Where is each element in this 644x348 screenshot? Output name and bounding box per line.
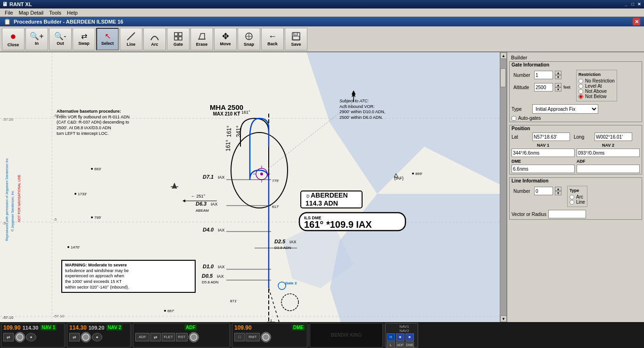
hl-l-btn[interactable]: L <box>387 341 395 348</box>
close-win-btn[interactable]: ✕ <box>636 1 642 7</box>
level-at-radio[interactable] <box>578 84 583 89</box>
toolbar-select-btn[interactable]: ↖ Select <box>96 28 119 50</box>
svg-point-79 <box>412 173 414 174</box>
arc-radio[interactable] <box>570 195 574 199</box>
gate-number-input[interactable] <box>534 71 553 79</box>
adf-btn1[interactable]: ADF <box>135 333 149 341</box>
map-area[interactable]: -57-20 -5 -57-10 -57-10 <box>0 52 507 322</box>
not-below-radio[interactable] <box>578 94 583 99</box>
scroll-track[interactable] <box>500 59 506 315</box>
map-scrollbar[interactable]: ▲ ▼ <box>500 52 506 322</box>
alt-spinner-down[interactable]: ▼ <box>555 87 561 91</box>
adf-top: ADF <box>135 324 227 331</box>
vector-input[interactable] <box>548 210 586 218</box>
menu-file[interactable]: File <box>2 8 16 17</box>
svg-point-63 <box>91 168 93 170</box>
gate-number-spinner[interactable]: ▲ ▼ <box>555 71 561 79</box>
scroll-down-btn[interactable]: ▼ <box>500 315 507 322</box>
line-number-spinner[interactable]: ▲ ▼ <box>555 187 561 195</box>
hl-dme-btn[interactable]: DME <box>405 341 414 348</box>
nav1-controls: ⇄ ● <box>3 332 62 342</box>
nav2-knob[interactable] <box>81 332 91 342</box>
svg-text:D7.1: D7.1 <box>203 174 214 180</box>
toolbar-move-btn[interactable]: ✥ Move <box>214 28 237 50</box>
instrument-display: BENDIX KING <box>310 323 383 348</box>
autogates-checkbox[interactable] <box>512 116 516 121</box>
menu-tools[interactable]: Tools <box>46 8 64 17</box>
long-label: Long <box>574 134 593 140</box>
svg-point-65 <box>91 216 93 218</box>
minimize-btn[interactable]: _ <box>623 1 629 7</box>
dme-knob[interactable] <box>261 332 271 342</box>
svg-text:1611': 1611' <box>75 322 85 322</box>
spinner-up[interactable]: ▲ <box>555 71 561 75</box>
nav2-dot-btn[interactable]: ● <box>92 333 102 341</box>
hl-adf-btn[interactable]: ADF <box>396 341 405 348</box>
scroll-up-btn[interactable]: ▲ <box>500 52 507 59</box>
nav1-dot-btn[interactable]: ● <box>26 333 36 341</box>
line-number-input[interactable] <box>534 187 553 195</box>
svg-text:IAX: IAX <box>218 175 225 180</box>
window-controls: _ □ ✕ <box>623 1 642 7</box>
nav2-input[interactable] <box>577 149 640 157</box>
nav1-input[interactable] <box>512 149 575 157</box>
nav2-header: NAV 2 <box>577 143 640 148</box>
line-spinner-down[interactable]: ▼ <box>555 191 561 195</box>
altitude-spinner[interactable]: ▲ ▼ <box>555 83 561 91</box>
hl-h-spacer <box>387 324 395 333</box>
position-title: Position <box>510 125 642 132</box>
toolbar-out-btn[interactable]: 🔍- Out <box>49 28 72 50</box>
proc-close-btn[interactable]: ✕ <box>633 18 640 25</box>
toolbar-close-btn[interactable]: ● Close <box>2 28 25 50</box>
alt-spinner-up[interactable]: ▲ <box>555 83 561 87</box>
builder-section-label: Builder <box>509 54 642 61</box>
dme-btn1[interactable]: □ <box>234 333 245 341</box>
grid-label-5: -5 <box>53 217 57 222</box>
altitude-input[interactable] <box>534 83 553 91</box>
hl-h-btn[interactable]: H <box>387 333 395 341</box>
toolbar-in-btn[interactable]: 🔍+ In <box>25 28 48 50</box>
type-select[interactable]: Initial Approach Fix Final Approach Fix … <box>532 104 598 114</box>
toolbar-save-btn[interactable]: Save <box>285 28 307 50</box>
adf-btn2[interactable]: ⇄ <box>150 333 161 341</box>
nav1-knob[interactable] <box>15 332 25 342</box>
nav2-swap-btn[interactable]: ⇄ <box>69 333 80 341</box>
long-input[interactable] <box>594 133 632 141</box>
hl-nav1-h-btn[interactable]: ■ <box>396 333 405 341</box>
menu-map-detail[interactable]: Map Detail <box>16 8 47 17</box>
toolbar-line-btn[interactable]: Line <box>120 28 142 50</box>
no-restriction-radio[interactable] <box>578 79 583 83</box>
lat-input[interactable] <box>532 133 570 141</box>
bottom-bar: 109.90 114.30 NAV 1 ⇄ ● 114.30 109.20 NA… <box>0 322 644 348</box>
maximize-btn[interactable]: □ <box>630 1 636 7</box>
not-above-radio[interactable] <box>578 89 583 94</box>
toolbar-gate-btn[interactable]: Gate <box>167 28 190 50</box>
svg-text:IAX: IAX <box>211 202 218 207</box>
spinner-down[interactable]: ▼ <box>555 75 561 79</box>
adf-pos-input[interactable] <box>577 165 640 173</box>
line-spinner-up[interactable]: ▲ <box>555 187 561 191</box>
dme-rmt-btn[interactable]: RMT <box>246 333 260 341</box>
line-radio[interactable] <box>570 200 574 205</box>
nav2-block: 114.30 109.20 NAV 2 ⇄ ● <box>67 323 131 348</box>
toolbar-erase-btn[interactable]: Erase <box>190 28 213 50</box>
no-restriction-label: No Restriction <box>585 78 615 83</box>
toolbar-arc-btn[interactable]: Arc <box>143 28 166 50</box>
toolbar-back-btn[interactable]: ← Back <box>261 28 284 50</box>
svg-text:114.3 ADN: 114.3 ADN <box>305 199 338 207</box>
nav1-swap-btn[interactable]: ⇄ <box>3 333 14 341</box>
vector-row: Vector or Radius <box>510 209 642 219</box>
dme-pos-input[interactable] <box>512 165 575 173</box>
toolbar-snap-btn[interactable]: Snap <box>238 28 260 50</box>
scroll-thumb[interactable] <box>500 68 506 87</box>
menu-help[interactable]: Help <box>64 8 81 17</box>
hl-nav2-h-btn[interactable]: ■ <box>405 333 414 341</box>
svg-text:161°: 161° <box>226 125 232 137</box>
nav1-block: 109.90 114.30 NAV 1 ⇄ ● <box>1 323 65 348</box>
adf-btn3[interactable]: FLET <box>162 333 175 341</box>
svg-text:ABEAM: ABEAM <box>196 208 209 213</box>
adf-knob[interactable] <box>189 332 199 342</box>
adf-btn4[interactable]: RST <box>176 333 188 341</box>
toolbar-swap-btn[interactable]: ⇄ Swap <box>73 28 95 50</box>
svg-text:775': 775' <box>272 179 279 183</box>
